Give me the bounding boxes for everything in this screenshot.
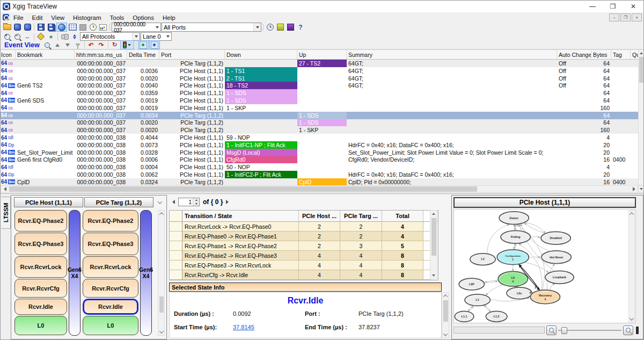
trace-row[interactable]: 64BmCplD000:00:00.000_0380.0324PCIe Targ…: [1, 178, 638, 186]
trace-row[interactable]: 64os000:00:00.000_0370.0019PCIe Host (1,…: [1, 104, 638, 112]
close-button[interactable]: ✕: [623, 1, 643, 12]
grid-hscroll-right[interactable]: [630, 186, 638, 192]
grid-view-button[interactable]: [68, 23, 77, 31]
column-header-delta-time[interactable]: Delta Time: [127, 50, 159, 59]
inspect-button[interactable]: [42, 41, 52, 49]
ltssm-state-rcvr-eq-phase3[interactable]: Rcvr.EQ-Phase3: [14, 233, 67, 255]
trace-row[interactable]: 64BmGen6 first CfgRd0000:00:00.000_0380.…: [1, 156, 638, 164]
transition-scrollbar[interactable]: [430, 210, 437, 279]
trace-row[interactable]: 64os000:00:00.000_0370.0034PCIe Targ (1,…: [1, 112, 638, 119]
filter-button[interactable]: [73, 41, 83, 49]
diagram-zoom-slider[interactable]: [558, 327, 621, 334]
menu-item-tools[interactable]: Tools: [105, 15, 128, 21]
jump-back-button[interactable]: [86, 41, 96, 49]
protocol-map-button[interactable]: [286, 23, 295, 31]
ltssm-node-l1-2[interactable]: L1.2: [486, 311, 507, 322]
ltssm-state-rcvr-rcvrlock[interactable]: Rcvr.RcvrLock: [83, 256, 138, 278]
column-header-qu[interactable]: Qu: [631, 50, 638, 59]
info-scrollbar[interactable]: [442, 292, 449, 338]
protocol-select[interactable]: All Protocols: [80, 32, 140, 41]
sort-button[interactable]: [70, 33, 79, 41]
grid-hscroll-thumb[interactable]: [9, 186, 477, 192]
replay-button[interactable]: [110, 41, 120, 49]
ltssm-state-l0[interactable]: L0: [14, 316, 67, 335]
column-header-tag[interactable]: Tag: [611, 50, 631, 59]
save-file-button[interactable]: [36, 23, 46, 31]
help-button[interactable]: [296, 23, 305, 31]
transition-row[interactable]: Rcvr.EQ-Phase1 -> Rcvr.EQ-Phase2235: [170, 241, 438, 251]
trace-row[interactable]: 64Idl000:00:00.000_0380.4044PCIe Host (1…: [1, 134, 638, 141]
grid-vscroll-down[interactable]: [638, 185, 644, 193]
capture-button[interactable]: [56, 23, 67, 32]
ltssm-node-l0p[interactable]: L0P: [459, 278, 484, 290]
zoom-out-button[interactable]: [12, 33, 22, 41]
jump-forward-button[interactable]: [97, 41, 106, 49]
menu-item-file[interactable]: File: [9, 15, 28, 21]
port-select[interactable]: All Ports: [162, 23, 261, 32]
trace-row[interactable]: 64os000:00:00.000_0370.0020PCIe Host (1,…: [1, 75, 638, 82]
ltssm-node-polling[interactable]: Polling: [501, 230, 530, 243]
decode-button[interactable]: [46, 33, 56, 41]
transition-row[interactable]: Rcvr.EQ-Phase3 -> Rcvr.RcvrLock448: [170, 261, 438, 270]
col-total[interactable]: Total: [382, 211, 423, 221]
prev-page-button[interactable]: [172, 200, 175, 204]
grid-hscrollbar[interactable]: [1, 185, 638, 193]
page-spin-down[interactable]: [193, 202, 199, 206]
menu-item-help[interactable]: Help: [158, 15, 180, 21]
menu-item-options[interactable]: Options: [128, 15, 158, 21]
diagram-hscrollbar[interactable]: [453, 327, 545, 334]
menu-item-edit[interactable]: Edit: [28, 15, 47, 21]
ltssm-node-loopback[interactable]: Loopback: [545, 271, 574, 284]
page-spin-up[interactable]: [193, 198, 199, 202]
column-header-bookmark[interactable]: Bookmark: [16, 50, 75, 59]
ltssm-state-rcvr-eq-phase2[interactable]: Rcvr.EQ-Phase2: [14, 210, 67, 232]
trace-row[interactable]: 64Dp000:00:00.000_0380.0073PCIe Host (1,…: [1, 141, 638, 149]
minimize-button[interactable]: —: [582, 1, 603, 12]
diagram-resize-nub[interactable]: [636, 327, 639, 334]
lane-select[interactable]: Lane 0: [141, 32, 172, 41]
mdi-close-button[interactable]: ×: [632, 13, 642, 21]
ltssm-state-rcvr-rcvrcfg[interactable]: Rcvr.RcvrCfg: [14, 279, 67, 298]
transition-row[interactable]: Rcvr.RcvrCfg -> Rcvr.Idle448: [170, 270, 438, 280]
ltssm-node-disabled[interactable]: Disabled: [541, 232, 570, 244]
ltssm-node-l1[interactable]: L1: [465, 294, 490, 306]
open-trace-button[interactable]: [2, 23, 12, 31]
ltssm-node-l0[interactable]: L04: [498, 271, 528, 286]
ltssm-node-configuration[interactable]: Configuration1: [497, 250, 529, 265]
save-all-button[interactable]: [46, 23, 56, 31]
marker-green-button[interactable]: [138, 40, 149, 49]
ltssm-scrollbar[interactable]: [158, 210, 165, 336]
time-select[interactable]: 000:00:00.000 037: [112, 23, 161, 32]
prev-event-button[interactable]: [53, 41, 62, 49]
diagram-zoom-in-button[interactable]: [623, 325, 633, 335]
trace-row[interactable]: 64BmGen6 SDS000:00:00.000_0370.0019PCIe …: [1, 97, 638, 104]
menu-item-view[interactable]: View: [47, 15, 69, 21]
trace-row[interactable]: 64os000:00:00.000_037PCIe Targ (1,1,2)27…: [1, 60, 638, 67]
ltssm-tab[interactable]: LTSSM: [1, 197, 11, 229]
ltssm-targ-header[interactable]: PCIe Targ (1,1,2): [84, 197, 153, 207]
trace-row[interactable]: 64os000:00:00.000_0370.0020PCIe Targ (1,…: [1, 119, 638, 127]
ltssm-node-l1-1[interactable]: L1.1: [455, 311, 473, 322]
ltssm-dropdown-button[interactable]: [156, 197, 164, 207]
timer-button[interactable]: [88, 23, 98, 31]
marker-blue-button[interactable]: [149, 40, 160, 49]
trace-row[interactable]: 64os000:00:00.000_0370.0020PCIe Targ (1,…: [1, 126, 638, 134]
column-header-port[interactable]: Port: [159, 50, 225, 59]
mdi-minimize-button[interactable]: –: [609, 13, 619, 21]
grid-vscroll-thumb[interactable]: [639, 57, 643, 83]
diagram-zoom-slider-thumb[interactable]: [561, 327, 567, 334]
transition-row[interactable]: Rcvr.EQ-Phase0 -> Rcvr.EQ-Phase1224: [170, 232, 438, 241]
ltssm-state-rcvr-rcvrlock[interactable]: Rcvr.RcvrLock: [14, 256, 67, 278]
trace-row[interactable]: 64Dp000:00:00.000_0380.0062PCIe Host (1,…: [1, 171, 638, 178]
trace-row[interactable]: 64os000:00:00.000_0370.0036PCIe Host (1,…: [1, 67, 638, 75]
statistics-button[interactable]: [98, 23, 108, 31]
event-map-button[interactable]: [275, 23, 285, 31]
save-trace-button[interactable]: [12, 23, 22, 31]
ltssm-node-l0s[interactable]: L0s: [507, 287, 532, 299]
ltssm-node-recovery[interactable]: Recovery4: [530, 290, 560, 304]
maximize-button[interactable]: ❐: [603, 1, 623, 12]
diagram-zoom-out-button[interactable]: [546, 325, 557, 335]
col-pcie-host[interactable]: PCIe Host ...: [299, 211, 340, 221]
trace-row[interactable]: 64os000:00:00.000_0370.0359PCIe Host (1,…: [1, 89, 638, 97]
menu-item-histogram[interactable]: Histogram: [69, 15, 105, 21]
